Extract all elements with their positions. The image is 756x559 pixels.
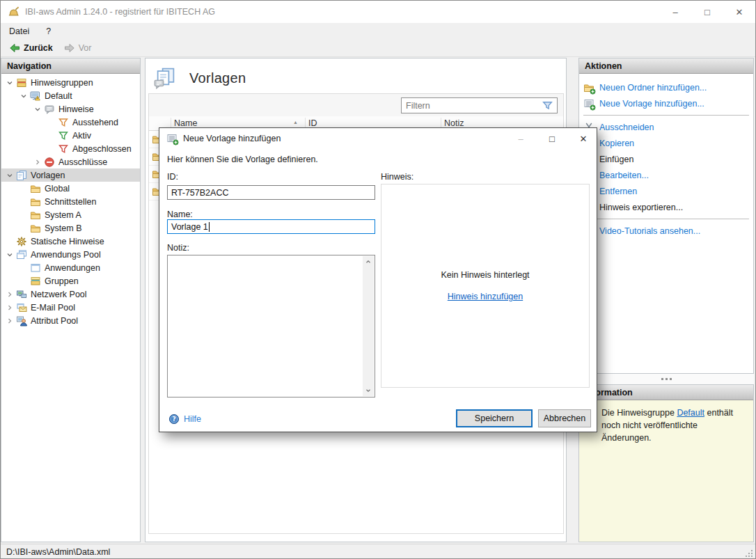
chevron-right-icon[interactable] bbox=[6, 304, 14, 312]
menu-bar: Datei ? bbox=[1, 23, 755, 40]
minimize-button[interactable]: – bbox=[659, 1, 691, 23]
separator bbox=[583, 219, 749, 219]
panel-splitter[interactable] bbox=[578, 374, 754, 384]
chevron-right-icon[interactable] bbox=[6, 290, 14, 299]
nav-item-schnittstellen[interactable]: Schnittstellen bbox=[1, 195, 140, 208]
action-label: Video-Tutorials ansehen... bbox=[599, 226, 700, 236]
nav-item-label: Default bbox=[45, 91, 72, 101]
nav-item-label: Anwendungen bbox=[45, 263, 100, 273]
dialog-minimize-button: – bbox=[514, 134, 527, 144]
page-plus-icon bbox=[166, 133, 178, 144]
chevron-down-icon[interactable] bbox=[6, 171, 14, 180]
action-einf-gen: Einfügen bbox=[579, 151, 753, 167]
maximize-button[interactable]: □ bbox=[691, 1, 723, 23]
dialog-title: Neue Vorlage hinzufügen bbox=[183, 134, 281, 143]
nav-item-hinweisgruppen[interactable]: Hinweisgruppen bbox=[1, 76, 140, 89]
folder-icon bbox=[30, 196, 41, 207]
note-field[interactable] bbox=[167, 255, 375, 397]
chevron-down-icon[interactable] bbox=[19, 92, 28, 100]
chevron-right-icon[interactable] bbox=[33, 158, 42, 166]
navigation-tree: HinweisgruppenDefaultHinweiseAusstehendA… bbox=[1, 74, 140, 327]
nav-item-statische-hinweise[interactable]: Statische Hinweise bbox=[1, 235, 140, 248]
navigation-header: Navigation bbox=[1, 58, 140, 74]
chevron-down-icon[interactable] bbox=[33, 105, 42, 113]
nav-item-abgeschlossen[interactable]: Abgeschlossen bbox=[1, 142, 140, 155]
nav-item-ausstehend[interactable]: Ausstehend bbox=[1, 116, 140, 129]
scroll-down-icon[interactable] bbox=[365, 387, 372, 394]
forward-arrow-icon bbox=[64, 42, 75, 54]
name-label: Name: bbox=[167, 210, 193, 219]
information-text: Die Hinweisgruppe Default enthält noch n… bbox=[579, 400, 753, 444]
dialog-close-button[interactable]: ✕ bbox=[577, 134, 590, 144]
chevron-right-icon[interactable] bbox=[6, 317, 14, 325]
column-header-id[interactable]: ID bbox=[308, 118, 317, 128]
chevron-down-icon[interactable] bbox=[6, 79, 14, 87]
action-label: Entfernen bbox=[599, 187, 637, 196]
status-bar: D:\IBI-aws\Admin\Data.xml bbox=[1, 544, 755, 559]
action-kopieren[interactable]: Kopieren bbox=[579, 135, 753, 151]
id-field[interactable] bbox=[167, 185, 375, 200]
action-bearbeiten[interactable]: Bearbeiten... bbox=[579, 167, 753, 183]
nav-item-system-b[interactable]: System B bbox=[1, 221, 140, 235]
action-video-tutorials-ansehen[interactable]: Video-Tutorials ansehen... bbox=[579, 223, 753, 239]
hint-label: Hinweis: bbox=[381, 172, 414, 182]
add-hint-link[interactable]: Hinweis hinzufügen bbox=[448, 292, 523, 301]
name-field[interactable]: Vorlage 1 bbox=[167, 219, 375, 234]
column-header-notiz[interactable]: Notiz bbox=[444, 118, 464, 128]
nav-item-label: Attribut Pool bbox=[31, 316, 78, 326]
navigation-panel: Navigation HinweisgruppenDefaultHinweise… bbox=[1, 58, 141, 542]
cancel-button[interactable]: Abbrechen bbox=[538, 409, 591, 427]
nav-item-label: Anwendungs Pool bbox=[31, 250, 101, 260]
id-label: ID: bbox=[167, 172, 178, 182]
dialog-maximize-button[interactable]: □ bbox=[546, 134, 558, 144]
menu-datei[interactable]: Datei bbox=[1, 26, 38, 36]
save-button[interactable]: Speichern bbox=[456, 409, 533, 427]
note-scrollbar[interactable] bbox=[363, 256, 374, 396]
nav-item-gruppen[interactable]: Gruppen bbox=[1, 274, 140, 288]
filter-input[interactable] bbox=[402, 101, 542, 111]
chevron-down-icon[interactable] bbox=[6, 251, 14, 259]
nav-item-global[interactable]: Global bbox=[1, 182, 140, 195]
note-label: Notiz: bbox=[167, 243, 189, 253]
pages-icon bbox=[16, 170, 27, 181]
actions-header: Aktionen bbox=[579, 58, 753, 74]
window-title: IBI-aws Admin 1.24.0 - registriert für I… bbox=[25, 7, 215, 17]
nav-item-label: E-Mail Pool bbox=[31, 303, 75, 313]
nav-item-vorlagen[interactable]: Vorlagen bbox=[1, 168, 140, 182]
close-button[interactable]: ✕ bbox=[723, 1, 755, 23]
nav-item-label: System A bbox=[45, 210, 81, 220]
table-toolbar bbox=[149, 94, 563, 116]
action-label: Kopieren bbox=[599, 139, 634, 148]
nav-item-e-mail-pool[interactable]: E-Mail Pool bbox=[1, 301, 140, 314]
action-ausschneiden[interactable]: Ausschneiden bbox=[579, 119, 753, 135]
filter-funnel-icon[interactable] bbox=[542, 100, 553, 111]
nav-item-default[interactable]: Default bbox=[1, 89, 140, 102]
nav-item-anwendungs-pool[interactable]: Anwendungs Pool bbox=[1, 248, 140, 261]
nav-item-aktiv[interactable]: Aktiv bbox=[1, 129, 140, 142]
resize-grip-icon[interactable] bbox=[745, 549, 753, 558]
menu-help[interactable]: ? bbox=[38, 26, 59, 36]
action-entfernen[interactable]: Entfernen bbox=[579, 183, 753, 199]
new-template-dialog: Neue Vorlage hinzufügen – □ ✕ Hier könne… bbox=[159, 127, 597, 432]
column-header-name[interactable]: Name bbox=[174, 118, 197, 128]
nav-item-anwendungen[interactable]: Anwendungen bbox=[1, 261, 140, 274]
action-neuen-ordner-hinzuf-gen[interactable]: Neuen Ordner hinzufügen... bbox=[579, 79, 753, 95]
action-label: Ausschneiden bbox=[599, 123, 654, 132]
help-link[interactable]: Hilfe bbox=[168, 414, 201, 425]
forward-button: Vor bbox=[60, 40, 96, 56]
actions-list: Neuen Ordner hinzufügen...Neue Vorlage h… bbox=[579, 74, 753, 239]
action-hinweis-exportieren: Hinweis exportieren... bbox=[579, 199, 753, 215]
nav-item-ausschl-sse[interactable]: Ausschlüsse bbox=[1, 155, 140, 168]
nav-item-label: Hinweise bbox=[58, 104, 94, 114]
nav-item-attribut-pool[interactable]: Attribut Pool bbox=[1, 314, 140, 327]
title-bar: IBI-aws Admin 1.24.0 - registriert für I… bbox=[1, 1, 755, 23]
nav-item-netzwerk-pool[interactable]: Netzwerk Pool bbox=[1, 288, 140, 301]
nav-item-system-a[interactable]: System A bbox=[1, 208, 140, 221]
dialog-title-bar: Neue Vorlage hinzufügen – □ ✕ bbox=[159, 128, 597, 149]
action-label: Einfügen bbox=[599, 155, 633, 164]
default-group-link[interactable]: Default bbox=[677, 408, 704, 418]
scroll-up-icon[interactable] bbox=[365, 258, 372, 265]
action-neue-vorlage-hinzuf-gen[interactable]: Neue Vorlage hinzufügen... bbox=[579, 95, 753, 111]
back-button[interactable]: Zurück bbox=[5, 40, 57, 56]
nav-item-hinweise[interactable]: Hinweise bbox=[1, 102, 140, 116]
